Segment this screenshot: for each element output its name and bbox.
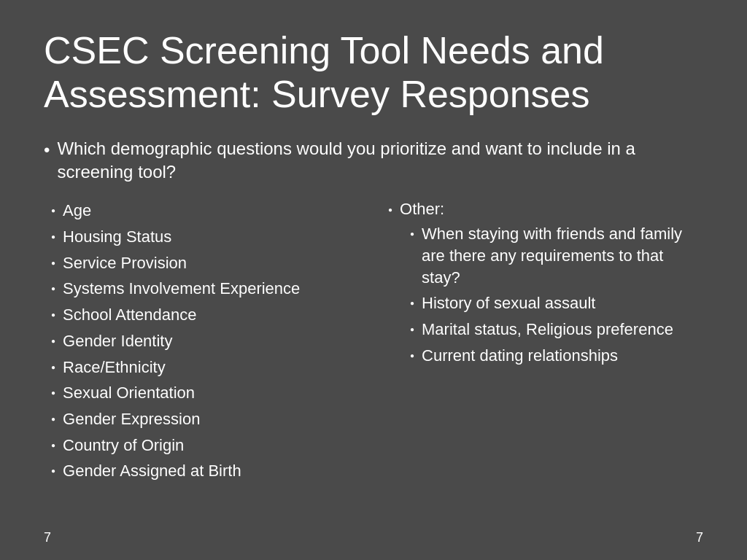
list-item: ●School Attendance	[51, 304, 366, 326]
bullet-icon: ●	[388, 206, 392, 214]
list-item: ●When staying with friends and family ar…	[410, 223, 703, 288]
bullet-icon: ●	[410, 298, 414, 308]
list-item: ●Country of Origin	[51, 435, 366, 456]
bullet-icon: ●	[51, 310, 55, 320]
list-item: ●Age	[51, 200, 366, 222]
list-item: ●Gender Assigned at Birth	[51, 460, 366, 482]
bullet-icon: ●	[410, 351, 414, 361]
list-item: ●Housing Status	[51, 226, 366, 248]
slide-title: CSEC Screening Tool Needs and Assessment…	[44, 29, 703, 117]
bullet-icon: ●	[51, 206, 55, 216]
main-bullet: • Which demographic questions would you …	[44, 137, 703, 184]
list-item: ●Race/Ethnicity	[51, 357, 366, 378]
content-columns: ●Age ●Housing Status ●Service Provision …	[44, 200, 703, 538]
list-item: ●History of sexual assault	[410, 292, 703, 314]
bullet-icon: ●	[51, 258, 55, 268]
page-number-right: 7	[696, 530, 703, 545]
list-item: ●Systems Involvement Experience	[51, 278, 366, 300]
bullet-icon: ●	[51, 362, 55, 373]
bullet-icon: ●	[51, 414, 55, 424]
list-item: ●Service Provision	[51, 252, 366, 274]
bullet-icon: ●	[51, 388, 55, 398]
page-number-left: 7	[44, 530, 51, 545]
bullet-icon: ●	[51, 284, 55, 294]
main-bullet-dot: •	[44, 139, 50, 162]
list-item: ●Gender Expression	[51, 408, 366, 430]
list-item: ●Gender Identity	[51, 330, 366, 352]
slide: CSEC Screening Tool Needs and Assessment…	[0, 0, 747, 560]
other-label: ● Other:	[388, 200, 703, 219]
bullet-icon: ●	[51, 232, 55, 242]
list-item: ●Current dating relationships	[410, 345, 703, 367]
right-column: ● Other: ●When staying with friends and …	[381, 200, 703, 538]
bullet-icon: ●	[410, 229, 414, 239]
bullet-icon: ●	[51, 336, 55, 346]
list-item: ●Marital status, Religious preference	[410, 319, 703, 341]
nested-list: ●When staying with friends and family ar…	[388, 223, 703, 366]
list-item: ●Sexual Orientation	[51, 382, 366, 404]
left-list: ●Age ●Housing Status ●Service Provision …	[51, 200, 366, 482]
bullet-icon: ●	[51, 440, 55, 451]
bullet-icon: ●	[51, 466, 55, 476]
bullet-icon: ●	[410, 324, 414, 335]
main-bullet-text: Which demographic questions would you pr…	[57, 137, 703, 184]
left-column: ●Age ●Housing Status ●Service Provision …	[44, 200, 366, 538]
